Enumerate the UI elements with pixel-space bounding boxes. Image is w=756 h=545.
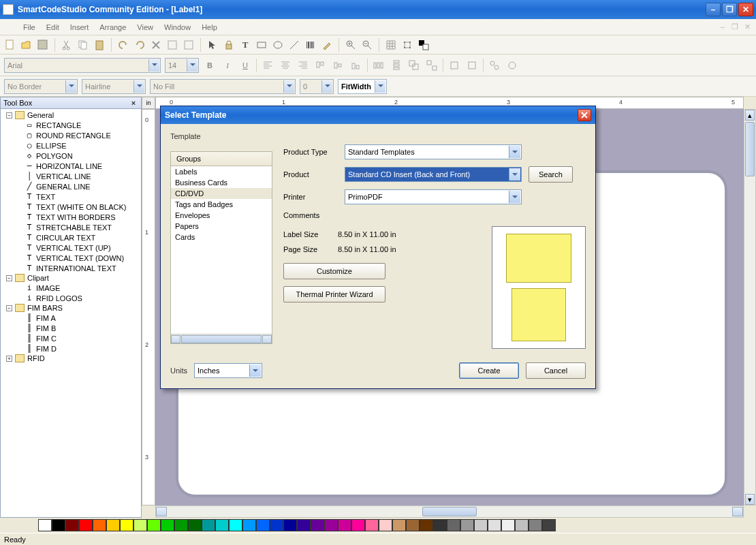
tree-item[interactable]: iRFID LOGOS — [1, 293, 141, 303]
tree-item[interactable]: TTEXT — [1, 191, 141, 202]
fill-pct-combo[interactable]: 0 — [300, 79, 334, 94]
copy-icon[interactable] — [77, 39, 89, 51]
tree-folder-fimbars[interactable]: FIM BARS — [27, 304, 63, 312]
color-swatch[interactable] — [324, 519, 338, 531]
color-swatch[interactable] — [365, 519, 379, 531]
vertical-scrollbar[interactable]: ▴ ▾ — [744, 109, 756, 505]
printer-combo[interactable]: PrimoPDF — [345, 189, 522, 204]
tree-item[interactable]: iIMAGE — [1, 283, 141, 293]
color-swatch[interactable] — [93, 519, 106, 531]
zoom-combo[interactable]: FitWidth — [338, 79, 387, 94]
search-button[interactable]: Search — [529, 166, 573, 183]
color-swatch[interactable] — [120, 519, 133, 531]
minimize-button[interactable]: – — [706, 3, 721, 16]
color-swatch[interactable] — [256, 519, 270, 531]
undo-icon[interactable] — [117, 39, 129, 51]
rect-icon[interactable] — [255, 39, 268, 51]
tree-item[interactable]: ▭RECTANGLE — [1, 120, 141, 130]
collapse-icon[interactable]: − — [6, 275, 12, 281]
tree-item[interactable]: ║FIM C — [1, 333, 141, 343]
collapse-icon[interactable]: − — [6, 112, 12, 119]
maximize-button[interactable]: ❐ — [722, 3, 737, 16]
scroll-left-icon[interactable] — [156, 507, 167, 516]
font-size-combo[interactable]: 14 — [165, 58, 199, 73]
bold-button[interactable]: B — [203, 59, 217, 72]
scroll-right-icon[interactable] — [732, 507, 743, 516]
group-item[interactable]: Labels — [171, 166, 272, 177]
save-icon[interactable] — [37, 39, 49, 51]
create-button[interactable]: Create — [459, 362, 519, 379]
menu-insert[interactable]: Insert — [65, 21, 95, 33]
text-icon[interactable]: T — [239, 39, 251, 51]
dist-h-icon[interactable] — [372, 59, 385, 72]
close-button[interactable]: ✕ — [738, 3, 753, 16]
line-icon[interactable] — [288, 39, 300, 51]
dialog-titlebar[interactable]: Select Template — [161, 106, 595, 124]
group-item[interactable]: Envelopes — [171, 210, 272, 221]
color-swatch[interactable] — [311, 519, 324, 531]
color-swatch[interactable] — [65, 519, 79, 531]
fillcolor-icon[interactable] — [418, 39, 430, 51]
align-right-icon[interactable] — [296, 59, 310, 72]
units-combo[interactable]: Inches — [194, 363, 262, 378]
zoomin-icon[interactable] — [345, 39, 357, 51]
barcode-icon[interactable] — [304, 39, 317, 51]
brush-icon[interactable] — [321, 39, 333, 51]
tree-item[interactable]: TCIRCULAR TEXT — [1, 232, 141, 243]
color-swatch[interactable] — [406, 519, 420, 531]
cut-icon[interactable] — [61, 39, 73, 51]
color-swatch[interactable] — [460, 519, 474, 531]
redo-icon[interactable] — [133, 39, 146, 51]
tree-item[interactable]: ║FIM A — [1, 313, 141, 323]
grid-icon[interactable] — [385, 39, 397, 51]
color-swatch[interactable] — [474, 519, 488, 531]
color-swatch[interactable] — [420, 519, 433, 531]
color-swatch[interactable] — [379, 519, 392, 531]
collapse-icon[interactable]: − — [6, 305, 12, 311]
fill-combo[interactable]: No Fill — [150, 79, 296, 94]
color-swatch[interactable] — [202, 519, 215, 531]
tree-item[interactable]: ▢ROUND RECTANGLE — [1, 130, 141, 140]
tool-icon[interactable] — [183, 39, 195, 51]
scroll-right-icon[interactable] — [262, 335, 272, 343]
mdi-restore[interactable]: ❐ — [730, 22, 740, 31]
mdi-close[interactable]: ✕ — [742, 22, 752, 31]
tree-item[interactable]: TVERTICAL TEXT (UP) — [1, 243, 141, 253]
product-type-combo[interactable]: Standard Templates — [345, 144, 522, 159]
color-swatch[interactable] — [392, 519, 406, 531]
arrange-icon[interactable] — [447, 59, 461, 72]
arrange-icon[interactable] — [505, 59, 519, 72]
color-swatch[interactable] — [501, 519, 515, 531]
color-swatch[interactable] — [351, 519, 365, 531]
color-swatch[interactable] — [147, 519, 161, 531]
menu-window[interactable]: Window — [159, 21, 196, 33]
color-swatch[interactable] — [542, 519, 556, 531]
open-icon[interactable] — [20, 39, 33, 51]
group-icon[interactable] — [407, 59, 421, 72]
tool-icon[interactable] — [166, 39, 178, 51]
color-swatch[interactable] — [174, 519, 188, 531]
scroll-left-icon[interactable] — [171, 335, 180, 343]
snap-icon[interactable] — [401, 39, 413, 51]
tree-item[interactable]: ╱GENERAL LINE — [1, 181, 141, 191]
pointer-icon[interactable] — [206, 39, 219, 51]
scroll-thumb[interactable] — [422, 507, 477, 516]
tree-item[interactable]: │VERTICAL LINE — [1, 171, 141, 181]
tree-item[interactable]: TINTERNATIONAL TEXT — [1, 263, 141, 273]
tree-item[interactable]: ◇POLYGON — [1, 151, 141, 161]
color-swatch[interactable] — [133, 519, 147, 531]
align-left-icon[interactable] — [261, 59, 274, 72]
color-swatch[interactable] — [215, 519, 229, 531]
color-swatch[interactable] — [161, 519, 174, 531]
color-swatch[interactable] — [433, 519, 447, 531]
color-swatch[interactable] — [515, 519, 529, 531]
align-middle-icon[interactable] — [332, 59, 345, 72]
scroll-thumb[interactable] — [181, 335, 262, 343]
close-icon[interactable] — [578, 109, 591, 121]
menu-view[interactable]: View — [131, 21, 159, 33]
color-swatch[interactable] — [297, 519, 311, 531]
toolbox-tree[interactable]: −General ▭RECTANGLE▢ROUND RECTANGLE◯ELLI… — [1, 109, 141, 517]
border-width-combo[interactable]: Hairline — [82, 79, 146, 94]
mdi-min[interactable]: – — [718, 22, 727, 31]
group-item[interactable]: Tags and Badges — [171, 199, 272, 210]
